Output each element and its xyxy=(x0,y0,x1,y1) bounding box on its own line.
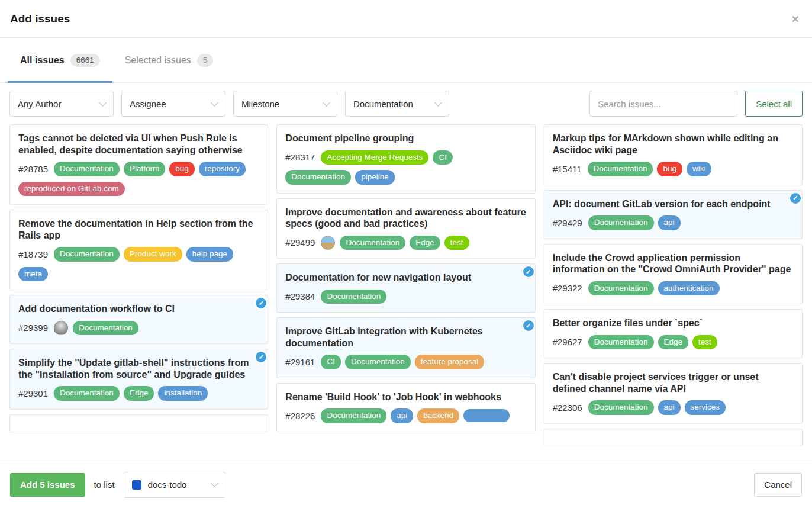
issue-title: Can't disable project services trigger o… xyxy=(553,371,794,394)
issue-label: CI xyxy=(433,150,453,165)
issue-label: services xyxy=(685,400,726,415)
issue-number: #29499 xyxy=(285,237,315,247)
filter-dropdown-documentation[interactable]: Documentation xyxy=(345,91,449,117)
issue-card[interactable]: Tags cannot be deleted via UI when Push … xyxy=(9,124,268,205)
issue-title: Better organize files under `spec` xyxy=(553,317,794,329)
issue-label: bug xyxy=(657,162,682,176)
issue-meta: #18739DocumentationProduct workhelp page… xyxy=(18,247,259,281)
issue-title: Documentation for new navigation layout xyxy=(285,272,526,284)
issue-title: Add documentation workflow to CI xyxy=(18,303,259,315)
issues-column: Document pipeline grouping#28317Acceptin… xyxy=(276,124,535,464)
issue-number: #29384 xyxy=(285,291,315,301)
issue-card[interactable]: Improve documentation and awareness abou… xyxy=(276,198,535,259)
tab-selected-issues[interactable]: Selected issues5 xyxy=(112,38,226,82)
selected-check-icon xyxy=(254,297,268,310)
issue-label: api xyxy=(391,408,413,423)
issue-label: Documentation xyxy=(588,281,654,296)
issue-label: test xyxy=(692,335,717,350)
issue-card[interactable]: Documentation for new navigation layout#… xyxy=(276,263,535,313)
issue-label: Documentation xyxy=(588,215,654,230)
issue-number: #29399 xyxy=(18,323,48,333)
search-input[interactable] xyxy=(589,91,737,117)
issue-label: Documentation xyxy=(54,247,120,262)
list-dropdown[interactable]: docs-todo xyxy=(124,472,225,498)
issue-meta: #28226Documentationapibackend xyxy=(285,408,526,423)
issue-label: Product work xyxy=(124,247,182,262)
issue-meta: #22306Documentationapiservices xyxy=(553,400,794,415)
issue-card[interactable]: Simplify the "Update gitlab-shell" instr… xyxy=(9,349,268,410)
issue-title: Rename 'Build Hook' to 'Job Hook' in web… xyxy=(285,391,526,403)
issue-card[interactable]: API: document GitLab version for each en… xyxy=(544,190,803,239)
filter-dropdown-milestone[interactable]: Milestone xyxy=(233,91,337,117)
issue-label: Documentation xyxy=(588,335,654,350)
chevron-down-icon xyxy=(434,99,442,107)
issues-column: Markup tips for MArkdown shown while edi… xyxy=(544,124,803,464)
close-icon[interactable]: × xyxy=(792,12,799,25)
issue-label: Documentation xyxy=(73,321,138,336)
issue-card[interactable]: Rename 'Build Hook' to 'Job Hook' in web… xyxy=(276,383,535,432)
to-list-label: to list xyxy=(94,480,115,490)
issue-title: Simplify the "Update gitlab-shell" instr… xyxy=(18,357,259,380)
issue-title: Improve GitLab integration with Kubernet… xyxy=(285,326,526,349)
issue-label: Documentation xyxy=(54,162,120,176)
avatar xyxy=(321,236,335,250)
selected-check-icon xyxy=(522,319,535,332)
issue-label: api xyxy=(658,215,681,230)
issue-label: repository xyxy=(199,162,246,176)
issue-title: Markup tips for MArkdown shown while edi… xyxy=(553,133,794,156)
issue-meta: #15411Documentationbugwiki xyxy=(553,162,794,176)
issue-meta: #29399Documentation xyxy=(18,321,259,336)
issue-meta: #29301DocumentationEdgeinstallation xyxy=(18,386,259,401)
issue-title: Remove the documentation in Help section… xyxy=(18,218,259,241)
issue-title: API: document GitLab version for each en… xyxy=(553,198,794,210)
add-issues-button[interactable]: Add 5 issues xyxy=(10,473,85,497)
select-all-button[interactable]: Select all xyxy=(745,91,803,117)
issue-meta: #29429Documentationapi xyxy=(553,215,794,230)
issue-card[interactable]: Improve GitLab integration with Kubernet… xyxy=(276,317,535,378)
issue-title: Improve documentation and awareness abou… xyxy=(285,207,526,230)
issue-label: Edge xyxy=(658,335,689,350)
cancel-button[interactable]: Cancel xyxy=(754,473,802,497)
filter-dropdown-any-author[interactable]: Any Author xyxy=(9,91,114,117)
issue-label: backend xyxy=(417,408,459,423)
issue-card[interactable] xyxy=(544,429,803,446)
list-name: docs-todo xyxy=(148,480,187,490)
tab-all-issues[interactable]: All issues6661 xyxy=(8,38,112,82)
issue-meta: #29322Documentationauthentication xyxy=(553,281,794,296)
issue-number: #28785 xyxy=(18,164,48,174)
filter-dropdown-assignee[interactable]: Assignee xyxy=(121,91,225,117)
issue-meta: #29627DocumentationEdgetest xyxy=(553,335,794,350)
issue-number: #29322 xyxy=(553,283,582,293)
issue-card[interactable]: Can't disable project services trigger o… xyxy=(544,363,803,424)
chevron-down-icon xyxy=(211,99,218,107)
issue-card[interactable] xyxy=(9,414,268,432)
issue-label: reproduced on GitLab.com xyxy=(18,182,125,197)
issue-label: Documentation xyxy=(321,408,386,423)
issue-number: #29301 xyxy=(18,388,48,398)
issues-board: Tags cannot be deleted via UI when Push … xyxy=(9,124,803,464)
issue-label: CI xyxy=(321,355,341,369)
issue-card[interactable]: Remove the documentation in Help section… xyxy=(9,210,268,290)
issue-title: Document pipeline grouping xyxy=(285,133,526,144)
chevron-down-icon xyxy=(211,480,218,487)
issue-label: Documentation xyxy=(321,290,386,304)
issue-number: #29429 xyxy=(553,218,582,228)
issue-label: help page xyxy=(186,247,233,262)
issue-label: Documentation xyxy=(588,400,654,415)
selected-check-icon xyxy=(789,192,802,205)
issue-card[interactable]: Markup tips for MArkdown shown while edi… xyxy=(544,124,803,185)
issue-card[interactable]: Include the Crowd application permission… xyxy=(544,244,803,305)
issue-number: #28226 xyxy=(285,411,315,421)
issue-label: Edge xyxy=(124,386,154,401)
issue-number: #29627 xyxy=(553,337,582,347)
issue-meta: #29161CIDocumentationfeature proposal xyxy=(285,355,526,369)
issue-card[interactable]: Better organize files under `spec`#29627… xyxy=(544,309,803,358)
issue-label: bug xyxy=(169,162,195,176)
issue-card[interactable]: Add documentation workflow to CI#29399Do… xyxy=(9,295,268,344)
issue-number: #29161 xyxy=(285,357,315,367)
issue-card[interactable]: Document pipeline grouping#28317Acceptin… xyxy=(276,124,535,194)
issue-meta: #28317Accepting Merge RequestsCIDocument… xyxy=(285,150,526,185)
selected-check-icon xyxy=(522,265,535,278)
issue-label: Accepting Merge Requests xyxy=(321,150,428,165)
filter-bar: Any AuthorAssigneeMilestoneDocumentation… xyxy=(9,91,803,117)
